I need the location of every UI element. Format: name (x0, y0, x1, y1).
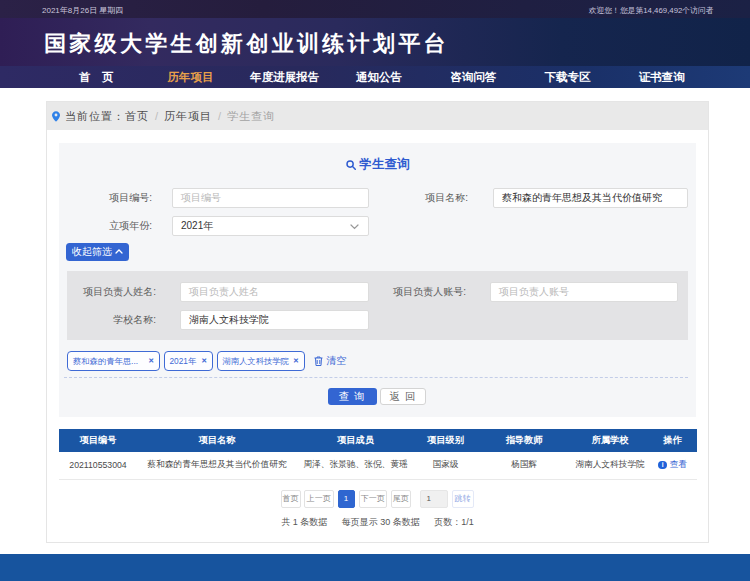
main-nav-items: 首 页 历年项目 年度进展报告 通知公告 咨询问答 下载专区 证书查询 (49, 66, 709, 88)
cell-project-name: 蔡和森的青年思想及其当代价值研究 (137, 452, 297, 480)
stats-per-page: 每页显示 30 条数据 (342, 517, 420, 527)
results-table: 项目编号 项目名称 项目成员 项目级别 指导教师 所属学校 操作 2021105… (59, 429, 697, 480)
nav-item-notices[interactable]: 通知公告 (332, 66, 426, 88)
leader-account-input[interactable]: 项目负责人账号 (490, 282, 678, 302)
filter-tags: 蔡和森的青年思...✕ 2021年✕ 湖南人文科技学院✕ 清空 (67, 351, 346, 371)
tag-close-icon[interactable]: ✕ (201, 352, 207, 370)
cell-teacher: 杨国辉 (477, 452, 571, 480)
clear-filters-button[interactable]: 清空 (314, 354, 346, 368)
tag-close-icon[interactable]: ✕ (148, 352, 154, 370)
trash-icon (314, 356, 323, 366)
back-button[interactable]: 返 回 (380, 388, 426, 405)
visitor-welcome: 欢迎您！您是第14,469,492个访问者 (589, 5, 714, 16)
col-level: 项目级别 (414, 429, 477, 452)
cell-level: 国家级 (414, 452, 477, 480)
view-link[interactable]: i查看 (658, 459, 687, 471)
filter-tag[interactable]: 蔡和森的青年思...✕ (67, 351, 160, 371)
breadcrumb-separator2: / (218, 110, 221, 122)
search-icon (346, 160, 356, 170)
nav-item-certificate[interactable]: 证书查询 (615, 66, 709, 88)
breadcrumb: 当前位置：首页 / 历年项目 / 学生查询 (47, 102, 708, 130)
leader-name-label: 项目负责人姓名: (67, 282, 156, 302)
site-banner: 国家级大学生创新创业训练计划平台 (0, 18, 750, 66)
breadcrumb-prefix: 当前位置： (65, 109, 125, 124)
site-title: 国家级大学生创新创业训练计划平台 (44, 29, 449, 59)
query-button[interactable]: 查 询 (328, 388, 377, 405)
leader-name-input[interactable]: 项目负责人姓名 (180, 282, 369, 302)
school-name-label: 学校名称: (67, 310, 156, 330)
col-school: 所属学校 (571, 429, 649, 452)
stats-pages: 页数：1/1 (434, 517, 474, 527)
page-prev-button[interactable]: 上一页 (304, 490, 334, 508)
current-date: 2021年8月26日 星期四 (42, 5, 123, 16)
breadcrumb-home[interactable]: 首页 (125, 109, 149, 124)
tag-close-icon[interactable]: ✕ (293, 352, 299, 370)
table-header-row: 项目编号 项目名称 项目成员 项目级别 指导教师 所属学校 操作 (59, 429, 697, 452)
col-project-code: 项目编号 (59, 429, 137, 452)
dashed-divider (64, 377, 688, 378)
nav-item-home[interactable]: 首 页 (49, 66, 143, 88)
leader-account-label: 项目负责人账号: (357, 282, 466, 302)
search-panel-title: 学生查询 (59, 156, 696, 173)
col-teacher: 指导教师 (477, 429, 571, 452)
col-action: 操作 (649, 429, 697, 452)
chevron-up-icon (115, 249, 123, 254)
cell-members: 周泽、张景驰、张倪、黄瑶 (297, 452, 414, 480)
table-stats: 共 1 条数据 每页显示 30 条数据 页数：1/1 (47, 516, 708, 529)
breadcrumb-current: 学生查询 (227, 109, 275, 124)
stats-total: 共 1 条数据 (281, 517, 327, 527)
project-year-label: 立项年份: (59, 216, 152, 236)
table-row: 202110553004 蔡和森的青年思想及其当代价值研究 周泽、张景驰、张倪、… (59, 452, 697, 480)
collapse-filter-button[interactable]: 收起筛选 (66, 243, 129, 261)
page-jump-button[interactable]: 跳转 (452, 490, 474, 508)
cell-school: 湖南人文科技学院 (571, 452, 649, 480)
search-panel: 学生查询 项目编号: 项目编号 项目名称: 蔡和森的青年思想及其当代价值研究 立… (59, 143, 696, 417)
main-nav: 首 页 历年项目 年度进展报告 通知公告 咨询问答 下载专区 证书查询 (0, 66, 750, 88)
page-current[interactable]: 1 (338, 490, 355, 508)
page-footer (0, 554, 750, 581)
page-last-button[interactable]: 尾页 (391, 490, 412, 508)
main-card: 当前位置：首页 / 历年项目 / 学生查询 学生查询 项目编号: 项目编号 项目… (46, 101, 709, 543)
filter-tag[interactable]: 2021年✕ (164, 351, 214, 371)
project-code-input[interactable]: 项目编号 (172, 188, 369, 208)
col-members: 项目成员 (297, 429, 414, 452)
nav-item-past-projects[interactable]: 历年项目 (143, 66, 237, 88)
location-pin-icon (52, 111, 60, 122)
advanced-filter-panel: 项目负责人姓名: 项目负责人姓名 项目负责人账号: 项目负责人账号 学校名称: … (67, 271, 688, 340)
top-bar: 2021年8月26日 星期四 欢迎您！您是第14,469,492个访问者 (0, 0, 750, 18)
nav-item-downloads[interactable]: 下载专区 (520, 66, 614, 88)
pagination: 首页 上一页 1 下一页 尾页 1 跳转 (47, 490, 708, 508)
col-project-name: 项目名称 (137, 429, 297, 452)
info-icon: i (658, 461, 667, 470)
nav-item-annual-report[interactable]: 年度进展报告 (238, 66, 332, 88)
project-year-select[interactable]: 2021年 (172, 216, 369, 236)
cell-action: i查看 (649, 452, 697, 480)
project-name-input[interactable]: 蔡和森的青年思想及其当代价值研究 (493, 188, 688, 208)
chevron-down-icon (350, 224, 359, 230)
filter-tag[interactable]: 湖南人文科技学院✕ (217, 351, 305, 371)
project-name-label: 项目名称: (359, 188, 468, 208)
page-jump-input[interactable]: 1 (420, 490, 448, 508)
page-next-button[interactable]: 下一页 (359, 490, 388, 508)
cell-project-code: 202110553004 (59, 452, 137, 480)
page-first-button[interactable]: 首页 (281, 490, 301, 508)
nav-item-qa[interactable]: 咨询问答 (426, 66, 520, 88)
project-code-label: 项目编号: (59, 188, 152, 208)
breadcrumb-section[interactable]: 历年项目 (164, 109, 212, 124)
breadcrumb-separator: / (155, 110, 158, 122)
school-name-input[interactable]: 湖南人文科技学院 (180, 310, 369, 330)
